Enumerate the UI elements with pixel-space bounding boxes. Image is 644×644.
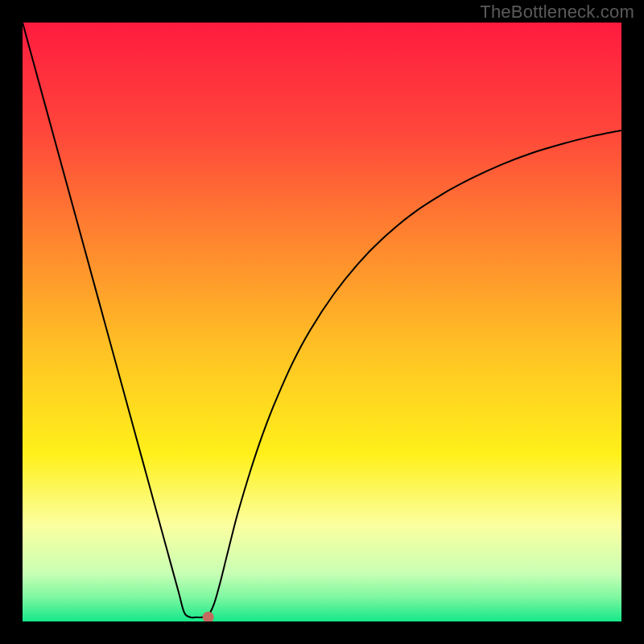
chart-plot-area bbox=[23, 23, 621, 621]
chart-background bbox=[23, 23, 621, 621]
chart-frame: TheBottleneck.com bbox=[0, 0, 644, 644]
chart-svg bbox=[23, 23, 621, 621]
watermark-text: TheBottleneck.com bbox=[480, 2, 634, 23]
